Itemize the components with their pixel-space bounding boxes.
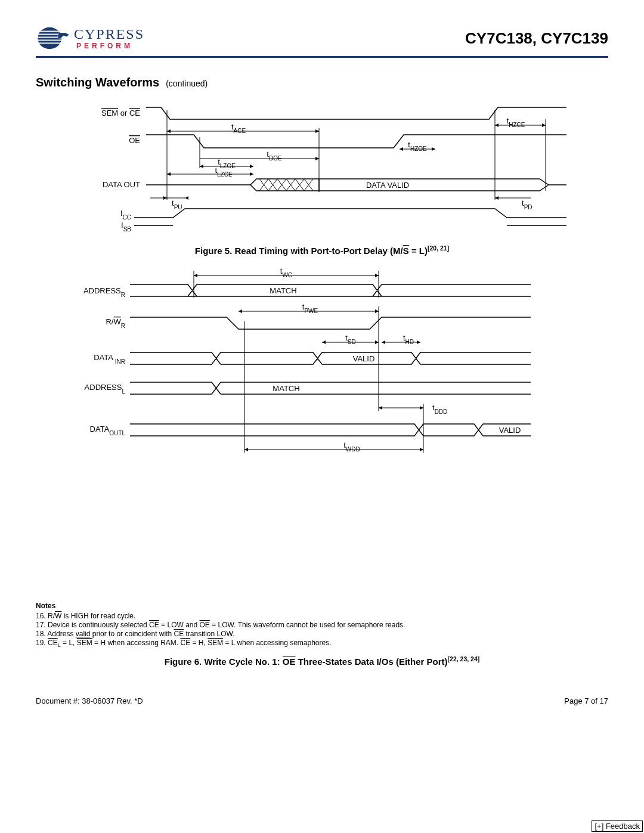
figure5-diagram: SEM or CE tACE tHZCE OE tDOE bbox=[36, 101, 608, 239]
figure6-caption: Figure 6. Write Cycle No. 1: OE Three-St… bbox=[36, 655, 608, 667]
svg-text:MATCH: MATCH bbox=[273, 384, 299, 393]
page-number: Page 7 of 17 bbox=[564, 696, 608, 705]
svg-text:VALID: VALID bbox=[499, 426, 521, 435]
svg-text:tHD: tHD bbox=[403, 333, 414, 345]
svg-text:ADDRESSR: ADDRESSR bbox=[83, 286, 125, 298]
svg-rect-1 bbox=[38, 31, 61, 32]
svg-text:DATA INR: DATA INR bbox=[94, 353, 125, 365]
svg-text:ISB: ISB bbox=[121, 221, 131, 233]
svg-text:MATCH: MATCH bbox=[270, 286, 296, 295]
svg-rect-2 bbox=[38, 34, 61, 35]
svg-text:tACE: tACE bbox=[231, 122, 246, 134]
svg-text:tPU: tPU bbox=[172, 199, 182, 210]
svg-text:tHZOE: tHZOE bbox=[408, 140, 427, 152]
svg-text:tHZCE: tHZCE bbox=[507, 116, 525, 128]
svg-text:tDDD: tDDD bbox=[432, 403, 447, 415]
page-header: CYPRESS PERFORM CY7C138, CY7C139 bbox=[36, 24, 608, 58]
svg-text:tLZOE: tLZOE bbox=[218, 157, 236, 169]
note-17: 17. Device is continuously selected CE =… bbox=[36, 621, 608, 630]
svg-text:ADDRESSL: ADDRESSL bbox=[85, 383, 126, 395]
svg-text:tPWE: tPWE bbox=[302, 302, 318, 314]
page-footer: Document #: 38-06037 Rev. *D Page 7 of 1… bbox=[36, 696, 608, 705]
brand-tagline: PERFORM bbox=[76, 42, 144, 49]
svg-text:DATA VALID: DATA VALID bbox=[366, 181, 409, 190]
svg-text:R/WR: R/WR bbox=[106, 317, 125, 329]
svg-text:OE: OE bbox=[129, 136, 140, 145]
section-continued: (continued) bbox=[166, 79, 208, 88]
svg-text:DATA OUT: DATA OUT bbox=[103, 180, 140, 189]
svg-text:DATAOUTL: DATAOUTL bbox=[90, 425, 126, 436]
note-16: 16. R/W is HIGH for read cycle. bbox=[36, 612, 608, 621]
brand-name: CYPRESS bbox=[74, 27, 144, 41]
document-number: Document #: 38-06037 Rev. *D bbox=[36, 696, 143, 705]
svg-rect-5 bbox=[38, 42, 61, 44]
part-number: CY7C138, CY7C139 bbox=[465, 29, 608, 48]
figure5-caption: Figure 5. Read Timing with Port-to-Port … bbox=[36, 244, 608, 256]
section-title: Switching Waveforms (continued) bbox=[36, 76, 608, 89]
svg-text:tWDD: tWDD bbox=[343, 441, 360, 453]
svg-point-0 bbox=[38, 27, 61, 49]
svg-text:tSD: tSD bbox=[345, 333, 356, 345]
svg-text:tWC: tWC bbox=[280, 268, 292, 278]
svg-text:tPD: tPD bbox=[522, 199, 532, 210]
section-title-text: Switching Waveforms bbox=[36, 76, 159, 89]
svg-rect-4 bbox=[38, 39, 61, 41]
svg-text:tDOE: tDOE bbox=[267, 150, 282, 162]
logo-globe-icon bbox=[36, 24, 70, 52]
note-18: 18. Address valid prior to or coincident… bbox=[36, 630, 608, 639]
svg-text:SEM or CE: SEM or CE bbox=[101, 109, 140, 117]
svg-text:VALID: VALID bbox=[353, 354, 375, 363]
figure6-diagram: tWC ADDRESSR MATCH tPWE R/WR tSD bbox=[36, 268, 608, 470]
notes-block: Notes 16. R/W is HIGH for read cycle. 17… bbox=[36, 602, 608, 649]
svg-text:ICC: ICC bbox=[120, 209, 131, 221]
logo: CYPRESS PERFORM bbox=[36, 24, 144, 52]
note-19: 19. CEL = L, SEM = H when accessing RAM.… bbox=[36, 639, 608, 649]
notes-heading: Notes bbox=[36, 602, 608, 611]
feedback-button[interactable]: [+] Feedback bbox=[592, 820, 643, 832]
